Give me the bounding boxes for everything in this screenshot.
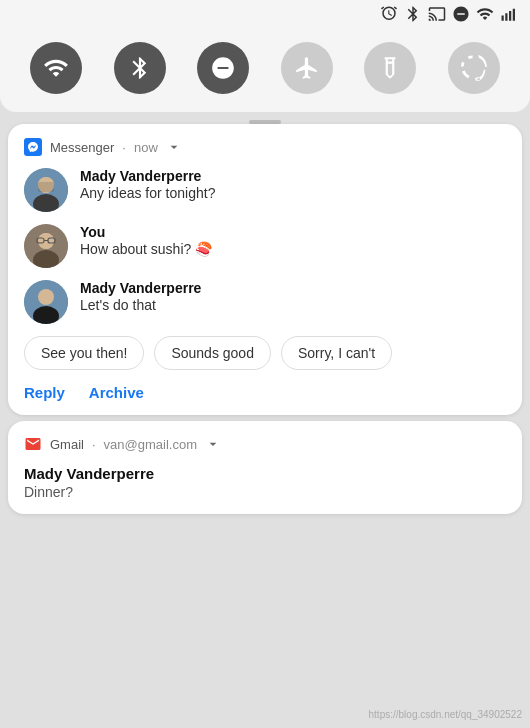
avatar-you (24, 224, 68, 268)
dnd-icon (452, 5, 470, 23)
msg-text-3: Let's do that (80, 297, 201, 313)
gmail-notif-header: Gmail · van@gmail.com (24, 435, 506, 453)
messenger-notification: Messenger · now Mady Vanderperre Any ide… (8, 124, 522, 415)
archive-button[interactable]: Archive (89, 384, 144, 401)
quick-replies: See you then! Sounds good Sorry, I can't (24, 336, 506, 370)
wifi-icon (476, 5, 494, 23)
avatar-mady-2 (24, 280, 68, 324)
notif-time: · (122, 140, 126, 155)
quick-reply-see-you[interactable]: See you then! (24, 336, 144, 370)
gmail-app-name: Gmail (50, 437, 84, 452)
msg-sender-2: You (80, 224, 212, 240)
msg-sender-3: Mady Vanderperre (80, 280, 201, 296)
watermark: https://blog.csdn.net/qq_34902522 (369, 709, 522, 720)
notif-header: Messenger · now (24, 138, 506, 156)
avatar-mady-1 (24, 168, 68, 212)
message-content-3: Mady Vanderperre Let's do that (80, 280, 201, 313)
msg-sender-1: Mady Vanderperre (80, 168, 215, 184)
message-content-2: You How about sushi? 🍣 (80, 224, 212, 257)
msg-text-2: How about sushi? 🍣 (80, 241, 212, 257)
flashlight-toggle[interactable] (364, 42, 416, 94)
svg-rect-1 (505, 13, 507, 21)
svg-rect-8 (38, 182, 54, 192)
alarm-icon (380, 5, 398, 23)
rotate-toggle[interactable] (448, 42, 500, 94)
msg-text-1: Any ideas for tonight? (80, 185, 215, 201)
gmail-account: van@gmail.com (104, 437, 197, 452)
svg-rect-0 (502, 16, 504, 21)
dnd-toggle[interactable] (197, 42, 249, 94)
quick-reply-sounds-good[interactable]: Sounds good (154, 336, 271, 370)
svg-rect-2 (509, 11, 511, 21)
gmail-chevron-icon[interactable] (205, 436, 221, 452)
message-row-2: You How about sushi? 🍣 (24, 224, 506, 268)
quick-settings-panel (0, 28, 530, 112)
quick-reply-sorry[interactable]: Sorry, I can't (281, 336, 392, 370)
gmail-sender: Mady Vanderperre (24, 465, 506, 482)
bluetooth-toggle[interactable] (114, 42, 166, 94)
wifi-toggle[interactable] (30, 42, 82, 94)
messenger-app-icon (24, 138, 42, 156)
reply-button[interactable]: Reply (24, 384, 65, 401)
gmail-notification[interactable]: Gmail · van@gmail.com Mady Vanderperre D… (8, 421, 522, 514)
cast-icon (428, 5, 446, 23)
status-bar (0, 0, 530, 28)
notif-actions: Reply Archive (24, 382, 506, 401)
bluetooth-icon (404, 5, 422, 23)
message-row-1: Mady Vanderperre Any ideas for tonight? (24, 168, 506, 212)
svg-point-18 (38, 289, 54, 305)
signal-icon (500, 5, 518, 23)
chevron-down-icon[interactable] (166, 139, 182, 155)
message-row-3: Mady Vanderperre Let's do that (24, 280, 506, 324)
airplane-toggle[interactable] (281, 42, 333, 94)
messenger-app-name: Messenger (50, 140, 114, 155)
gmail-subject: Dinner? (24, 484, 506, 500)
notif-time-value: now (134, 140, 158, 155)
message-content-1: Mady Vanderperre Any ideas for tonight? (80, 168, 215, 201)
notifications-container: Messenger · now Mady Vanderperre Any ide… (0, 124, 530, 514)
gmail-app-icon (24, 435, 42, 453)
svg-rect-3 (513, 9, 515, 21)
